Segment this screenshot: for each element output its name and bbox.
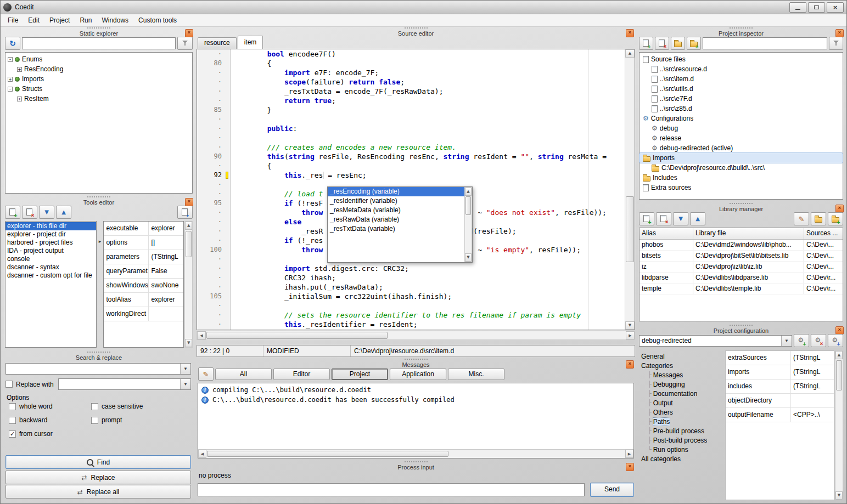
code-line[interactable] <box>233 115 635 124</box>
tool-list-item-explorer-project-dir[interactable]: explorer - project dir <box>5 230 96 239</box>
add-library-folder-button[interactable]: + <box>828 212 843 225</box>
clone-configuration-button[interactable]: ⚙+ <box>828 334 843 347</box>
completion-item-residentifier-variable[interactable]: _resIdentifier (variable) <box>328 196 464 206</box>
filter-button[interactable] <box>829 37 843 50</box>
property-value[interactable] <box>791 394 834 407</box>
config-category-debugging[interactable]: ├Debugging <box>639 380 722 389</box>
scrollbar-thumb[interactable] <box>207 451 448 457</box>
add-source-button[interactable]: + <box>639 37 653 50</box>
tree-expander-icon[interactable]: - <box>8 57 13 62</box>
code-line[interactable]: _resTxtData = encode_7F(_resRawData); <box>233 87 635 96</box>
static-tree-item-resitem[interactable]: +ResItem <box>5 94 192 104</box>
option-checkbox-case-sensitive[interactable]: case sensitive <box>91 403 191 410</box>
checkbox-box[interactable] <box>9 403 16 410</box>
refresh-button[interactable]: ↻ <box>5 37 20 50</box>
completion-item-restxtdata-variable[interactable]: _resTxtData (variable) <box>328 224 464 234</box>
open-folder-button[interactable] <box>671 37 685 50</box>
code-view[interactable]: ·80····85····90·92··95····100····105··· … <box>197 49 635 330</box>
scroll-left-button[interactable]: ◀ <box>198 450 206 458</box>
option-checkbox-from-cursor[interactable]: ✓from cursor <box>9 430 91 438</box>
move-library-down-button[interactable]: ▼ <box>673 212 688 225</box>
tool-list-item-console[interactable]: console <box>5 255 96 263</box>
checkbox-box[interactable] <box>91 403 98 410</box>
config-property-row[interactable]: objectDirectory <box>726 394 834 408</box>
library-column-library-file[interactable]: Library file <box>693 228 804 239</box>
inspector-item-configurations[interactable]: ⚙Configurations <box>640 114 843 123</box>
library-column-sources[interactable]: Sources ... <box>804 228 843 239</box>
tool-property-row[interactable]: workingDirect <box>104 307 183 321</box>
scrollbar-thumb[interactable] <box>626 196 634 262</box>
replace-all-button[interactable]: ⇄ Replace all <box>5 485 191 499</box>
library-column-alias[interactable]: Alias <box>640 228 693 239</box>
tool-property-row[interactable]: queryParametFalse <box>104 264 183 279</box>
tool-property-row[interactable]: parameters(TStringL <box>104 250 183 264</box>
code-line[interactable]: public: <box>233 124 635 133</box>
replace-term-combobox[interactable]: ▼ <box>58 378 191 390</box>
remove-tool-button[interactable]: × <box>22 206 37 219</box>
messages-filter-application[interactable]: Application <box>390 369 446 380</box>
property-value[interactable]: (TStringL <box>791 380 834 393</box>
messages-filter-misc[interactable]: Misc. <box>448 369 504 380</box>
remove-source-button[interactable]: × <box>655 37 669 50</box>
minimize-button[interactable] <box>789 2 806 13</box>
scroll-left-button[interactable]: ◀ <box>197 331 206 339</box>
library-row[interactable]: templeC:\Dev\dlibs\temple.libC:\Dev\r... <box>640 284 843 295</box>
dropdown-arrow-icon[interactable]: ▼ <box>781 336 792 346</box>
config-category-paths[interactable]: ├Paths <box>639 417 722 426</box>
code-line[interactable] <box>233 301 635 310</box>
option-checkbox-backward[interactable]: backward <box>9 416 91 424</box>
configuration-selector[interactable]: debug-redirected ▼ <box>639 335 792 347</box>
tree-expander-icon[interactable]: + <box>17 67 22 72</box>
scroll-down-button[interactable]: ▼ <box>185 339 192 347</box>
config-category-categories[interactable]: Categories <box>639 361 722 370</box>
tool-list-item-explorer-this-file-dir[interactable]: explorer - this file dir <box>5 222 96 230</box>
move-tool-down-button[interactable]: ▼ <box>39 206 54 219</box>
menu-item-windows[interactable]: Windows <box>97 15 133 26</box>
replace-button[interactable]: ⇄ Replace <box>5 471 191 484</box>
inspector-item-extra-sources[interactable]: Extra sources <box>640 183 843 192</box>
add-configuration-button[interactable]: ⚙+ <box>794 334 809 347</box>
static-tree-item-enums[interactable]: -Enums <box>5 54 192 64</box>
code-line[interactable]: { <box>233 59 635 68</box>
add-library-button[interactable]: + <box>639 212 654 225</box>
menu-item-custom-tools[interactable]: Custom tools <box>133 15 182 26</box>
inspector-item-debug-redirected-active[interactable]: ⚙debug-redirected (active) <box>640 143 843 153</box>
move-tool-up-button[interactable]: ▲ <box>56 206 71 219</box>
config-category-output[interactable]: ├Output <box>639 398 722 407</box>
library-row[interactable]: izC:\Dev\dproj\iz\lib\iz.libC:\Dev\... <box>640 262 843 273</box>
editor-tab-resource[interactable]: resource <box>198 37 237 49</box>
title-bar[interactable]: Coedit × <box>1 1 846 14</box>
scroll-down-button[interactable]: ▼ <box>835 491 843 500</box>
replace-with-checkbox[interactable]: Replace with <box>5 381 58 388</box>
edit-library-button[interactable]: ✎ <box>794 212 809 225</box>
editor-tab-item[interactable]: item <box>238 36 263 49</box>
inspector-filter-input[interactable] <box>703 37 827 49</box>
code-line[interactable]: return true; <box>233 96 635 105</box>
add-folder-button[interactable]: + <box>687 37 701 50</box>
property-value[interactable]: (TStringL <box>791 351 834 365</box>
close-button[interactable]: × <box>827 2 844 13</box>
config-category-post-build-process[interactable]: ├Post-build process <box>639 435 722 445</box>
library-row[interactable]: libdparseC:\Dev\dlibs\libdparse.libC:\De… <box>640 273 843 284</box>
code-line[interactable]: scope(failure) return false; <box>233 77 635 87</box>
find-button[interactable]: Find <box>5 455 191 469</box>
scroll-up-button[interactable]: ▲ <box>185 222 192 230</box>
scroll-down-button[interactable]: ▼ <box>465 253 472 262</box>
code-line[interactable]: /// creates and encodes a new resource i… <box>233 143 635 152</box>
open-library-file-button[interactable] <box>811 212 826 225</box>
inspector-item-source-files[interactable]: Source files <box>640 54 843 64</box>
inspector-item-imports[interactable]: Imports <box>640 153 843 163</box>
property-value[interactable]: swoNone <box>149 279 183 292</box>
inspector-item-release[interactable]: ⚙release <box>640 133 843 143</box>
tool-property-row[interactable]: executableexplorer <box>104 222 183 236</box>
remove-library-button[interactable]: × <box>656 212 671 225</box>
messages-filter-editor[interactable]: Editor <box>273 369 330 380</box>
configuration-scrollbar[interactable]: ▲ ▼ <box>835 350 843 500</box>
inspector-item-debug[interactable]: ⚙debug <box>640 123 843 133</box>
tool-property-row[interactable]: toolAliasexplorer <box>104 293 183 307</box>
property-value[interactable]: explorer <box>149 293 183 307</box>
tree-expander-icon[interactable]: + <box>8 77 13 82</box>
inspector-item-src-utils-d[interactable]: ..\src\utils.d <box>640 84 843 94</box>
code-line[interactable]: bool encodee7F() <box>233 49 635 59</box>
library-row[interactable]: phobosC:\Dev\dmd2\windows\lib\phob...C:\… <box>640 240 843 251</box>
